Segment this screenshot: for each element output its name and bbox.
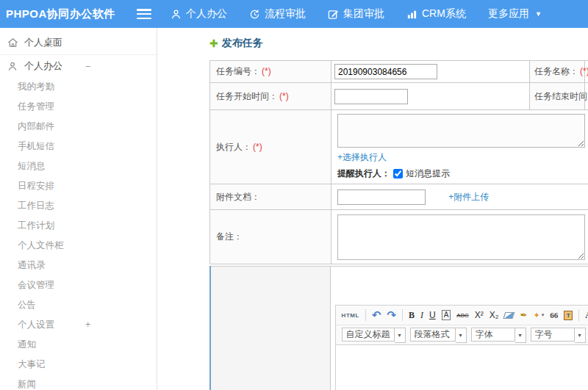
sidebar-item-personal-office[interactable]: 个人办公 − [0,55,157,77]
sidebar-item-label: 个人办公 [24,59,62,73]
sms-remind-option-label: 短消息提示 [406,167,450,180]
attachment-input[interactable] [337,189,426,205]
dropdown-caret-icon: ▾ [575,328,586,343]
nav-label: 流程审批 [265,7,306,21]
underline-button[interactable]: U [429,310,436,320]
top-nav: 个人办公 流程审批 集团审批 CRM系统 更多应用 ▼ [171,7,542,21]
dropdown-caret-icon: ▾ [515,328,526,343]
app-logo: PHPOA协同办公软件 [0,7,137,21]
remark-label: 备注： [210,210,331,264]
rich-text-editor: HTML ↶ ↷ B I U A ABC X² X₂ ✒ [330,267,588,390]
user-icon [171,9,182,20]
editor-content-area[interactable] [335,345,588,390]
task-name-label: 任务名称：(*) [530,61,585,83]
remark-textarea[interactable] [337,214,585,260]
sidebar-item-label: 个人设置 [18,319,54,330]
nav-label: 个人办公 [186,7,227,21]
sidebar-item-label: 个人桌面 [24,36,62,49]
table-row: 任务开始时间：(*) 任务结束时间：(*) [210,83,588,110]
table-row: 执行人：(*) +选择执行人 提醒执行人： 短消息提示 [210,110,588,184]
sidebar: 个人桌面 个人办公 − 我的考勤 任务管理 内部邮件 手机短信 短消息 日程安排… [0,28,157,390]
task-number-input[interactable] [334,64,437,79]
toolbar-separator [578,309,579,321]
edit-icon [328,9,339,20]
nav-label: 集团审批 [343,7,384,21]
auto-format-icon[interactable]: ✦▾ [534,311,545,320]
task-form-table: 任务编号：(*) 任务名称：(*) 任务开始时间：(*) 任务结束时间：(*) [209,60,588,264]
top-bar: PHPOA协同办公软件 个人办公 流程审批 集团审批 CRM系统 [0,0,588,28]
format-brush-icon[interactable]: ✒ [520,310,527,320]
expand-icon[interactable]: + [85,315,90,335]
sidebar-item-work-plan[interactable]: 工作计划 [0,216,103,236]
page-title: 发布任务 [222,37,263,50]
table-row: 附件文档： +附件上传 [210,184,588,210]
nav-crm-system[interactable]: CRM系统 [406,7,466,21]
table-row: 任务编号：(*) 任务名称：(*) [210,61,588,83]
font-family-dropdown[interactable]: 字体▾ [471,328,526,343]
sidebar-item-internal-mail[interactable]: 内部邮件 [0,117,103,137]
sidebar-item-schedule[interactable]: 日程安排 [0,176,103,196]
home-icon [7,37,19,48]
dropdown-caret-icon: ▾ [395,328,406,343]
sidebar-item-news[interactable]: 新闻 [0,375,103,390]
bold-button[interactable]: B [409,310,415,321]
table-row: 任务描述：(*) HTML ↶ ↷ B I U A ABC X² [210,267,588,390]
sidebar-item-meeting-management[interactable]: 会议管理 [0,275,103,295]
italic-button[interactable]: I [420,310,423,321]
custom-title-dropdown[interactable]: 自定义标题▾ [342,328,406,343]
redo-icon[interactable]: ↷ [387,308,396,322]
font-color-button[interactable]: A▾ [585,310,588,321]
end-time-label: 任务结束时间：(*) [530,83,585,110]
subscript-button[interactable]: X₂ [490,310,499,320]
border-text-button[interactable]: A [442,310,451,320]
sidebar-item-notification[interactable]: 通知 [0,335,103,355]
nav-more-apps[interactable]: 更多应用 ▼ [488,7,542,21]
toolbar-separator [402,309,403,321]
html-source-button[interactable]: HTML [342,312,359,319]
paste-word-icon[interactable]: T [564,311,573,320]
sidebar-item-desktop[interactable]: 个人桌面 [0,31,157,55]
sidebar-item-short-message[interactable]: 短消息 [0,156,103,176]
sidebar-item-personal-files[interactable]: 个人文件柜 [0,236,103,256]
nav-label: 更多应用 [488,7,529,21]
sms-remind-checkbox[interactable] [393,169,403,178]
editor-toolbar: HTML ↶ ↷ B I U A ABC X² X₂ ✒ [335,305,588,345]
page-header: ✚ 发布任务 [209,37,588,50]
toolbar-separator [365,309,366,321]
bar-chart-icon [406,9,417,20]
sidebar-item-major-events[interactable]: 大事记 [0,355,103,375]
undo-icon[interactable]: ↶ [372,308,381,322]
attachment-upload-link[interactable]: +附件上传 [448,192,489,202]
strikethrough-button[interactable]: ABC [456,312,468,319]
executor-label: 执行人：(*) [210,110,331,184]
choose-executor-link[interactable]: +选择执行人 [337,152,387,162]
add-icon: ✚ [209,37,218,49]
start-time-input[interactable] [334,89,408,104]
sidebar-item-address-book[interactable]: 通讯录 [0,256,103,275]
start-time-label: 任务开始时间：(*) [210,83,331,110]
nav-label: CRM系统 [422,7,466,21]
history-icon [249,9,260,20]
person-icon [7,61,19,72]
sidebar-item-personal-settings[interactable]: 个人设置 + [0,315,103,335]
nav-workflow-approval[interactable]: 流程审批 [249,7,306,21]
nav-group-approval[interactable]: 集团审批 [328,7,384,21]
task-description-label: 任务描述：(*) [210,267,330,390]
eraser-icon[interactable] [504,312,514,319]
font-size-dropdown[interactable]: 字号▾ [531,328,586,343]
sidebar-item-work-log[interactable]: 工作日志 [0,196,103,216]
menu-toggle-icon[interactable] [137,9,151,19]
sidebar-item-my-attendance[interactable]: 我的考勤 [0,77,103,97]
superscript-button[interactable]: X² [475,310,484,320]
nav-personal-office[interactable]: 个人办公 [171,7,227,21]
executor-textarea[interactable] [337,114,585,148]
main-content: ✚ 发布任务 任务编号：(*) 任务名称：(*) 任务开始时间：(*) [158,28,588,390]
attachment-label: 附件文档： [210,184,331,210]
paragraph-format-dropdown[interactable]: 段落格式▾ [410,328,467,343]
collapse-icon[interactable]: − [85,61,91,72]
sidebar-item-mobile-sms[interactable]: 手机短信 [0,137,103,156]
sidebar-item-announcement[interactable]: 公告 [0,295,103,315]
caret-down-icon: ▼ [535,10,542,18]
blockquote-button[interactable]: 66 [550,311,558,319]
sidebar-item-task-management[interactable]: 任务管理 [0,97,103,117]
